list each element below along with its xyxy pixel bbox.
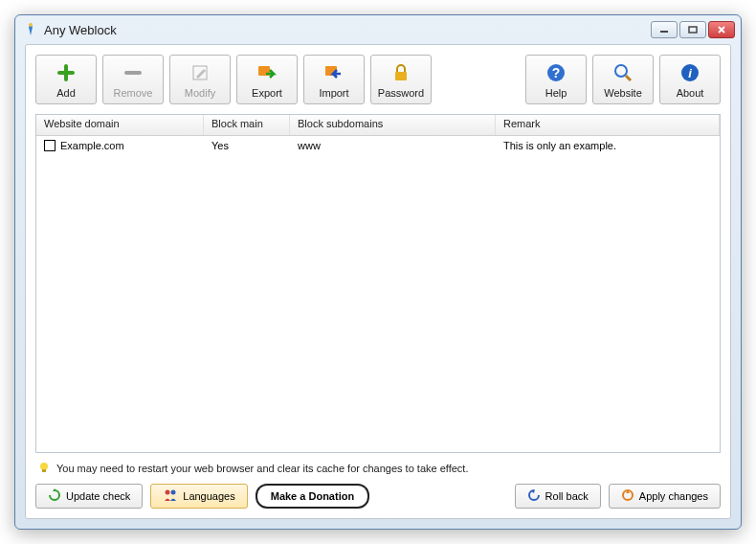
close-button[interactable] (708, 21, 735, 38)
row-checkbox[interactable] (44, 140, 56, 151)
people-icon (163, 488, 178, 504)
cell-blocksub: www (290, 138, 496, 153)
donate-button[interactable]: Make a Donation (256, 484, 369, 509)
content-area: Add Remove Modify Export Import Password (25, 44, 731, 519)
rollback-button[interactable]: Roll back (515, 484, 601, 509)
plus-icon (55, 61, 78, 84)
svg-rect-1 (660, 31, 668, 33)
remove-button[interactable]: Remove (102, 55, 164, 104)
website-button[interactable]: Website (592, 55, 654, 104)
header-blockmain[interactable]: Block main (204, 115, 290, 135)
svg-point-0 (29, 23, 33, 27)
export-icon (256, 61, 278, 84)
minus-icon (122, 61, 145, 84)
apply-button[interactable]: Apply changes (609, 484, 721, 509)
table-row[interactable]: Example.com Yes www This is only an exam… (36, 136, 720, 155)
svg-rect-14 (42, 469, 46, 472)
header-blocksub[interactable]: Block subdomains (290, 115, 496, 135)
update-check-button[interactable]: Update check (35, 484, 143, 509)
modify-button[interactable]: Modify (169, 55, 231, 104)
app-icon (23, 22, 38, 37)
minimize-button[interactable] (651, 21, 678, 38)
svg-line-10 (626, 76, 631, 80)
svg-rect-2 (689, 27, 697, 33)
svg-text:?: ? (552, 65, 561, 80)
app-window: Any Weblock Add Remove Modify Export (14, 14, 742, 530)
add-button[interactable]: Add (35, 55, 97, 104)
cell-domain: Example.com (36, 138, 204, 153)
header-remark[interactable]: Remark (496, 115, 720, 135)
header-domain[interactable]: Website domain (36, 115, 204, 135)
languages-button[interactable]: Languages (150, 484, 247, 509)
footer-bar: Update check Languages Make a Donation R… (35, 484, 721, 509)
svg-point-9 (615, 65, 627, 77)
domain-table: Website domain Block main Block subdomai… (35, 114, 721, 453)
undo-icon (527, 488, 541, 504)
svg-point-16 (171, 490, 176, 495)
hint-text: You may need to restart your web browser… (56, 463, 468, 474)
import-icon (322, 61, 345, 84)
export-button[interactable]: Export (236, 55, 298, 104)
import-button[interactable]: Import (303, 55, 365, 104)
window-controls (651, 21, 735, 38)
toolbar: Add Remove Modify Export Import Password (35, 55, 721, 104)
lightbulb-icon (37, 461, 51, 476)
cell-remark: This is only an example. (496, 138, 720, 153)
svg-text:i: i (688, 66, 692, 80)
apply-icon (621, 488, 634, 504)
maximize-button[interactable] (679, 21, 706, 38)
hint-bar: You may need to restart your web browser… (35, 453, 721, 484)
table-header: Website domain Block main Block subdomai… (36, 115, 720, 136)
password-button[interactable]: Password (370, 55, 432, 104)
svg-point-13 (40, 463, 48, 470)
help-icon: ? (545, 61, 567, 84)
svg-point-15 (166, 490, 170, 495)
about-button[interactable]: i About (659, 55, 721, 104)
help-button[interactable]: ? Help (525, 55, 587, 104)
refresh-icon (48, 488, 61, 504)
svg-rect-6 (395, 72, 407, 80)
magnifier-icon (611, 61, 634, 84)
pencil-icon (189, 61, 211, 84)
titlebar: Any Weblock (15, 15, 741, 44)
window-title: Any Weblock (44, 23, 651, 37)
cell-blockmain: Yes (204, 138, 290, 153)
info-icon: i (678, 61, 701, 84)
lock-icon (389, 61, 412, 84)
